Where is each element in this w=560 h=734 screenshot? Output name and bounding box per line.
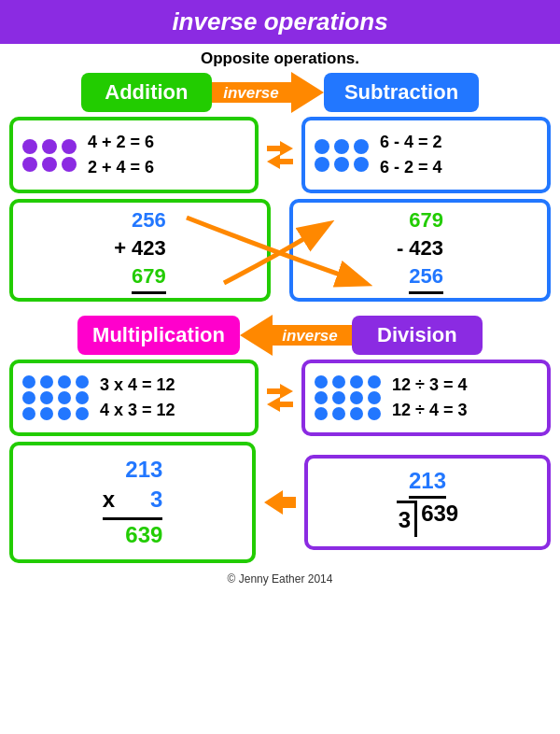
division-vertical-card: 213 3 639 (304, 455, 551, 549)
dot (62, 157, 77, 172)
inverse-label-2: inverse (282, 327, 338, 345)
dot (58, 391, 71, 404)
div-dividend: 639 (417, 501, 458, 527)
subtraction-vertical-card: 679 - 423 256 (289, 199, 551, 302)
dot (22, 157, 37, 172)
svg-marker-5 (267, 397, 293, 412)
dot (334, 157, 349, 172)
double-arrow-icon (267, 141, 293, 169)
addition-label: Addition (81, 73, 212, 112)
dot (76, 407, 89, 420)
addition-equations: 4 + 2 = 6 2 + 4 = 6 (88, 130, 154, 180)
subtraction-vertical-math: 679 - 423 256 (397, 206, 443, 293)
addition-eq2: 2 + 4 = 6 (88, 155, 154, 180)
multiplication-vertical-card: 213 x 3 639 (9, 442, 256, 563)
division-label: Division (352, 316, 483, 355)
div-eq2: 12 ÷ 4 = 3 (392, 398, 467, 423)
mult-eq2: 4 x 3 = 12 (100, 398, 175, 423)
dot (315, 407, 328, 420)
subtraction-equations: 6 - 4 = 2 6 - 2 = 4 (380, 130, 442, 180)
addition-card: 4 + 2 = 6 2 + 4 = 6 (9, 117, 259, 193)
dot (334, 139, 349, 154)
dot (76, 375, 89, 388)
svg-marker-2 (267, 154, 293, 169)
subtraction-label: Subtraction (324, 73, 479, 112)
bottom-cards-row: 213 x 3 639 213 3 639 (9, 442, 551, 563)
svg-marker-6 (264, 490, 296, 515)
dot (368, 375, 381, 388)
dot (350, 407, 363, 420)
division-dots (315, 375, 383, 420)
page-header: inverse operations (0, 0, 560, 44)
sub-num1: 679 (409, 208, 443, 232)
subtraction-dots (315, 139, 371, 172)
add-result: 679 (132, 264, 166, 288)
inverse-arrow-right: inverse (212, 72, 324, 113)
subtraction-card: 6 - 4 = 2 6 - 2 = 4 (301, 117, 551, 193)
dot (354, 157, 369, 172)
dot (22, 139, 37, 154)
div-divisor: 3 (397, 501, 417, 536)
dot (332, 407, 345, 420)
multiplication-equations: 3 x 4 = 12 4 x 3 = 12 (100, 373, 175, 423)
multiplication-dots (22, 375, 91, 420)
sub-num2: - 423 (397, 236, 443, 260)
dot (42, 139, 57, 154)
cross-row: 256 + 423 679 679 - 423 256 (9, 199, 551, 309)
dot (40, 391, 53, 404)
mult-v-num1: 213 (125, 457, 162, 482)
add-num1: 256 (132, 208, 166, 232)
dot (22, 375, 35, 388)
addition-vertical-math: 256 + 423 679 (114, 206, 166, 293)
dot (332, 375, 345, 388)
mult-v-result: 639 (125, 522, 162, 547)
division-equations: 12 ÷ 3 = 4 12 ÷ 4 = 3 (392, 373, 467, 423)
left-arrow-icon (264, 490, 296, 515)
label-row-1: Addition inverse Subtraction (9, 72, 551, 113)
add-num2: + 423 (114, 236, 166, 260)
horiz-arrow-2 (266, 360, 294, 436)
subtraction-eq1: 6 - 4 = 2 (380, 130, 442, 155)
label-row-2: Multiplication inverse Division (9, 315, 551, 356)
dot (315, 157, 329, 172)
dot (315, 391, 328, 404)
dot (76, 391, 89, 404)
dot (368, 407, 381, 420)
subtitle: Opposite operations. (0, 44, 560, 72)
dot (40, 407, 53, 420)
header-title: inverse operations (172, 7, 387, 35)
dot (22, 407, 35, 420)
footer: © Jenny Eather 2014 (0, 569, 560, 589)
multiplication-card: 3 x 4 = 12 4 x 3 = 12 (9, 360, 259, 436)
dot (368, 391, 381, 404)
div-eq1: 12 ÷ 3 = 4 (392, 373, 467, 398)
cards-row-2: 3 x 4 = 12 4 x 3 = 12 (9, 360, 551, 436)
division-card: 12 ÷ 3 = 4 12 ÷ 4 = 3 (301, 360, 551, 436)
dot (332, 391, 345, 404)
inverse-arrow-left: inverse (240, 315, 352, 356)
dot (354, 139, 369, 154)
mult-v-x: x (103, 485, 115, 515)
dot (40, 375, 53, 388)
dot (58, 375, 71, 388)
addition-dots (22, 139, 78, 172)
subtraction-eq2: 6 - 2 = 4 (380, 155, 442, 180)
mult-eq1: 3 x 4 = 12 (100, 373, 175, 398)
multiplication-label: Multiplication (77, 316, 240, 355)
double-arrow-icon-2 (267, 384, 293, 412)
sub-result: 256 (409, 264, 443, 288)
svg-marker-1 (267, 141, 293, 156)
inverse-label-1: inverse (223, 84, 279, 102)
mult-v-num3: 3 (150, 485, 162, 515)
horiz-arrow-3 (263, 490, 297, 515)
svg-marker-4 (267, 384, 293, 399)
cards-row-1: 4 + 2 = 6 2 + 4 = 6 6 - 4 = 2 (9, 117, 551, 193)
dot (315, 139, 329, 154)
dot (315, 375, 328, 388)
dot (350, 375, 363, 388)
mult-vertical-math: 213 x 3 639 (103, 455, 163, 550)
dot (22, 391, 35, 404)
div-vertical-math: 213 3 639 (397, 468, 458, 536)
addition-eq1: 4 + 2 = 6 (88, 130, 154, 155)
div-quotient: 213 (409, 468, 446, 499)
